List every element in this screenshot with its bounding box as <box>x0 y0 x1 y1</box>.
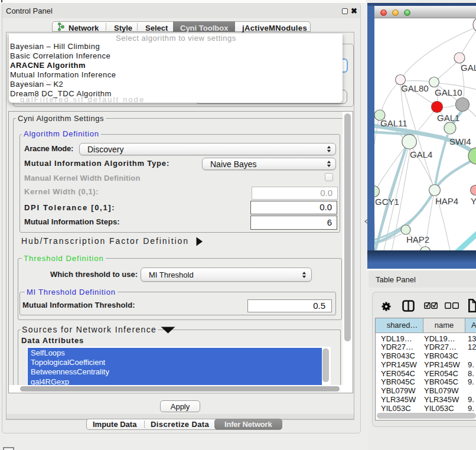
svg-text:GAL7: GAL7 <box>461 63 476 73</box>
svg-text:SWI4: SWI4 <box>449 136 471 146</box>
svg-text:HAP4: HAP4 <box>435 196 458 206</box>
svg-text:GAL11: GAL11 <box>380 118 407 128</box>
svg-text:GAL1: GAL1 <box>437 113 459 123</box>
svg-text:YJ: YJ <box>471 196 476 206</box>
svg-text:HAP2: HAP2 <box>406 234 429 244</box>
svg-text:GAL10: GAL10 <box>435 87 462 97</box>
svg-text:GCY1: GCY1 <box>375 197 399 207</box>
svg-text:GAL4: GAL4 <box>410 149 432 159</box>
svg-text:GAL80: GAL80 <box>401 83 429 93</box>
